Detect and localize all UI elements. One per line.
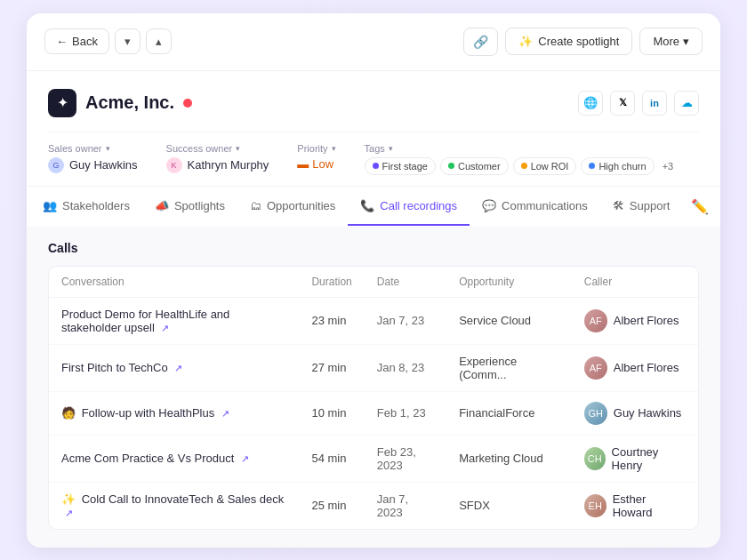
- tag-dot: [521, 163, 527, 169]
- conversation-cell: Product Demo for HealthLife and stakehol…: [49, 297, 299, 344]
- duration-cell: 54 min: [299, 435, 364, 482]
- tags-more-count: +3: [659, 158, 678, 174]
- call-link-icon[interactable]: ↗: [221, 408, 229, 419]
- call-link-icon[interactable]: ↗: [161, 323, 169, 333]
- date-cell: Feb 23, 2023: [365, 435, 446, 482]
- sales-owner-label[interactable]: Sales owner ▾: [48, 143, 138, 154]
- tab-settings-icon[interactable]: ✏️: [682, 187, 718, 227]
- caller-cell: CH Courtney Henry: [572, 435, 698, 482]
- tag-low-roi: Low ROI: [513, 157, 577, 175]
- table-row[interactable]: ✨ Cold Call to InnovateTech & Sales deck…: [49, 482, 698, 529]
- tag-dot: [589, 163, 595, 169]
- toolbar: ← Back ▾ ▴ 🔗 ✨ Create spotlight More ▾: [27, 13, 720, 71]
- header: ✦ Acme, Inc. 🌐 𝕏 in ☁ Sales owner ▾ G: [27, 71, 720, 186]
- call-link-icon[interactable]: ↗: [174, 363, 182, 373]
- date-cell: Feb 1, 23: [365, 391, 446, 435]
- more-button[interactable]: More ▾: [639, 28, 703, 55]
- caller-avatar: AF: [584, 356, 607, 380]
- row-emoji: ✨: [61, 492, 76, 506]
- date-cell: Jan 7, 2023: [365, 482, 446, 529]
- tab-opportunities[interactable]: 🗂 Opportunities: [237, 188, 348, 226]
- salesforce-icon[interactable]: ☁: [674, 91, 699, 116]
- link-button[interactable]: 🔗: [463, 28, 498, 56]
- call-link-icon[interactable]: ↗: [65, 508, 73, 518]
- tab-stakeholders[interactable]: 👥 Stakeholders: [30, 188, 142, 226]
- section-title: Calls: [48, 241, 699, 255]
- spotlights-icon: 📣: [155, 199, 169, 212]
- sales-owner-value: G Guy Hawkins: [48, 157, 138, 173]
- conversation-cell: 🧑 Follow-up with HealthPlus ↗: [49, 391, 299, 435]
- back-button[interactable]: ← Back: [44, 28, 109, 54]
- chevron-down-icon: ▾: [236, 144, 240, 153]
- tags-container: First stage Customer Low ROI High churn: [365, 157, 678, 175]
- chevron-down-icon: ▾: [683, 35, 689, 48]
- opportunity-cell: Marketing Cloud: [446, 435, 572, 482]
- globe-icon[interactable]: 🌐: [578, 91, 603, 116]
- duration-cell: 10 min: [299, 391, 364, 435]
- col-header-caller: Caller: [572, 267, 698, 298]
- calls-table: Conversation Duration Date Opportunity C…: [49, 267, 698, 529]
- tag-dot: [373, 163, 379, 169]
- call-recordings-icon: 📞: [360, 199, 374, 212]
- tag-customer: Customer: [440, 157, 509, 175]
- conversation-cell: Acme Com Practice & Vs Product ↗: [49, 435, 299, 482]
- nav-down-button[interactable]: ▾: [115, 28, 141, 54]
- conversation-cell: First Pitch to TechCo ↗: [49, 344, 299, 391]
- table-row[interactable]: Product Demo for HealthLife and stakehol…: [49, 297, 698, 344]
- toolbar-right: 🔗 ✨ Create spotlight More ▾: [463, 28, 703, 56]
- nav-up-button[interactable]: ▴: [146, 28, 172, 54]
- tags-label[interactable]: Tags ▾: [365, 143, 678, 154]
- caller-avatar: EH: [584, 494, 606, 517]
- opportunity-cell: Experience (Comm...: [446, 344, 572, 391]
- tabs: 👥 Stakeholders 📣 Spotlights 🗂 Opportunit…: [27, 186, 720, 227]
- back-arrow-icon: ←: [56, 35, 68, 48]
- linkedin-icon[interactable]: in: [642, 91, 667, 116]
- tab-communications[interactable]: 💬 Communications: [470, 188, 600, 226]
- tag-high-churn: High churn: [581, 157, 654, 175]
- conversation-cell: ✨ Cold Call to InnovateTech & Sales deck…: [49, 482, 299, 529]
- sales-owner-field: Sales owner ▾ G Guy Hawkins: [48, 143, 138, 173]
- opportunity-cell: FinancialForce: [446, 391, 572, 435]
- success-owner-field: Success owner ▾ K Kathryn Murphy: [166, 143, 269, 173]
- tab-support[interactable]: 🛠 Support: [600, 188, 683, 226]
- opportunity-cell: Service Cloud: [446, 297, 572, 344]
- create-spotlight-button[interactable]: ✨ Create spotlight: [505, 28, 632, 55]
- col-header-opportunity: Opportunity: [446, 267, 572, 298]
- priority-icon: ▬: [297, 157, 309, 171]
- priority-field: Priority ▾ ▬ Low: [297, 143, 335, 171]
- tab-spotlights[interactable]: 📣 Spotlights: [142, 188, 237, 226]
- chevron-down-icon: ▾: [389, 144, 393, 153]
- caller-cell: AF Albert Flores: [572, 297, 698, 344]
- table-row[interactable]: First Pitch to TechCo ↗ 27 min Jan 8, 23…: [49, 344, 698, 391]
- company-row: ✦ Acme, Inc. 🌐 𝕏 in ☁: [48, 89, 699, 117]
- caller-cell: EH Esther Howard: [572, 482, 698, 529]
- content-area: Calls Conversation Duration Date Opportu…: [27, 227, 720, 548]
- tag-dot: [448, 163, 454, 169]
- tab-more-icon[interactable]: ⊕: [718, 187, 720, 227]
- duration-cell: 27 min: [299, 344, 364, 391]
- meta-row: Sales owner ▾ G Guy Hawkins Success owne…: [48, 132, 699, 186]
- back-label: Back: [72, 35, 98, 48]
- twitter-icon[interactable]: 𝕏: [610, 91, 635, 116]
- tags-field: Tags ▾ First stage Customer Low ROI: [365, 143, 678, 175]
- calls-table-container: Conversation Duration Date Opportunity C…: [48, 266, 699, 530]
- opportunities-icon: 🗂: [250, 199, 261, 212]
- date-cell: Jan 7, 23: [365, 297, 446, 344]
- success-owner-label[interactable]: Success owner ▾: [166, 143, 269, 154]
- link-icon: 🔗: [473, 35, 488, 49]
- company-name-group: ✦ Acme, Inc.: [48, 89, 192, 117]
- table-row[interactable]: 🧑 Follow-up with HealthPlus ↗ 10 min Feb…: [49, 391, 698, 435]
- call-link-icon[interactable]: ↗: [241, 453, 249, 464]
- col-header-date: Date: [365, 267, 446, 298]
- toolbar-left: ← Back ▾ ▴: [44, 28, 172, 54]
- stakeholders-icon: 👥: [43, 199, 57, 212]
- priority-label[interactable]: Priority ▾: [297, 143, 335, 154]
- company-icon: ✦: [48, 89, 76, 117]
- priority-value: ▬ Low: [297, 157, 335, 171]
- table-row[interactable]: Acme Com Practice & Vs Product ↗ 54 min …: [49, 435, 698, 482]
- col-header-conversation: Conversation: [49, 267, 299, 298]
- tab-call-recordings[interactable]: 📞 Call recordings: [348, 188, 470, 226]
- communications-icon: 💬: [482, 199, 496, 212]
- col-header-duration: Duration: [299, 267, 364, 298]
- main-card: ← Back ▾ ▴ 🔗 ✨ Create spotlight More ▾: [27, 13, 720, 548]
